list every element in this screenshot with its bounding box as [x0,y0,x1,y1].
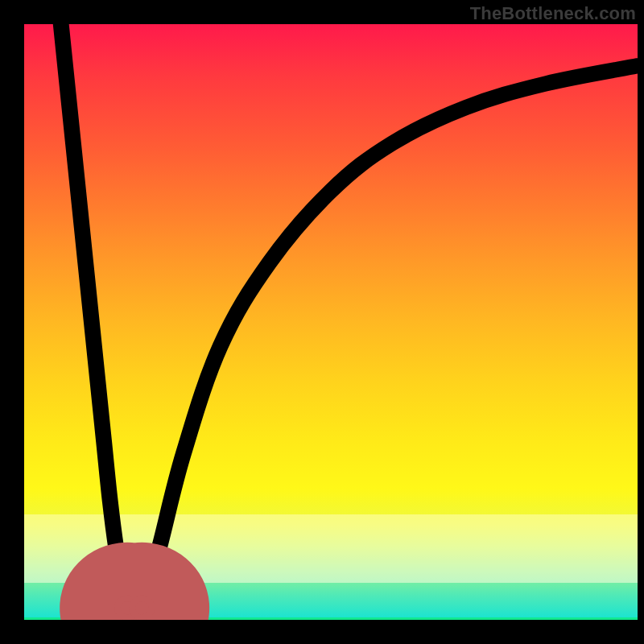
marker-right [132,598,151,617]
plot-area [24,24,638,620]
watermark-text: TheBottleneck.com [470,3,636,24]
curve-right-branch [142,66,638,608]
stage: TheBottleneck.com [0,0,644,644]
chart-svg [24,24,638,620]
curve-left-branch [61,24,127,608]
